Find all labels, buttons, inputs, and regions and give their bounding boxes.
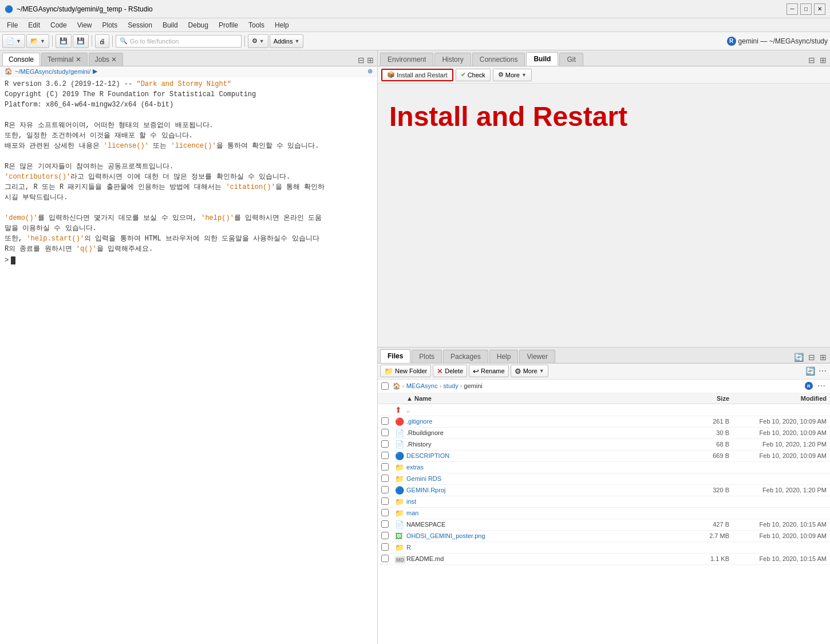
check-button[interactable]: ✔ Check [456,69,491,81]
menu-plots[interactable]: Plots [98,20,122,30]
file-check[interactable] [381,543,395,552]
tab-help[interactable]: Help [489,350,519,363]
sep-2: › [440,382,442,389]
header-name[interactable]: ▲ Name [406,395,683,402]
more-build-button[interactable]: ⚙ More ▼ [493,69,532,81]
run-button[interactable]: ⚙ ▼ [248,34,268,48]
file-check[interactable] [381,497,395,506]
file-check[interactable] [381,440,395,449]
goto-file-input[interactable]: 🔍 Go to file/function [116,35,242,48]
tab-terminal[interactable]: Terminal ✕ [41,53,88,66]
tab-history[interactable]: History [434,53,471,66]
console-path-bar: 🏠 ~/MEGAsync/study/gemini/ ▶ ⊗ [0,66,377,77]
breadcrumb-study[interactable]: study [443,382,458,389]
file-name: R [406,544,683,551]
menu-edit[interactable]: Edit [23,20,45,30]
new-file-button[interactable]: 📄 ▼ [2,34,25,48]
print-button[interactable]: 🖨 [95,34,109,48]
menu-profile[interactable]: Profile [214,20,243,30]
console-expand-button[interactable]: ⊞ [366,54,375,66]
files-more-options[interactable]: ⋯ [817,365,828,377]
list-item[interactable]: MD README.md 1.1 KB Feb 10, 2020, 10:15 … [378,554,830,565]
right-bottom-expand-button[interactable]: ⊞ [819,351,828,363]
tab-console[interactable]: Console [2,53,40,66]
console-clear-btn[interactable]: ⊗ [367,68,373,75]
menu-view[interactable]: View [73,20,97,30]
breadcrumb-more[interactable]: ⋯ [816,380,827,392]
menu-help[interactable]: Help [270,20,294,30]
list-item[interactable]: 📁 inst [378,496,830,508]
tab-environment[interactable]: Environment [380,53,433,66]
up-icon: ⬆ [395,405,406,414]
file-check[interactable] [381,452,395,460]
file-check[interactable] [381,463,395,472]
home-icon: 🏠 [393,382,401,390]
rename-button[interactable]: ↩ Rename [469,365,509,377]
menu-build[interactable]: Build [158,20,183,30]
file-check[interactable] [381,429,395,437]
menu-tools[interactable]: Tools [244,20,269,30]
header-modified[interactable]: Modified [729,395,827,402]
console-output-area[interactable]: R version 3.6.2 (2019-12-12) -- "Dark an… [0,77,377,644]
list-item[interactable]: 📄 .Rhistory 68 B Feb 10, 2020, 1:20 PM [378,439,830,451]
tab-packages[interactable]: Packages [443,350,488,363]
tab-git[interactable]: Git [559,53,583,66]
new-folder-button[interactable]: 📁 New Folder [380,365,431,377]
title-bar-left: 🔵 ~/MEGAsync/study/gemini/g_temp - RStud… [5,5,153,13]
file-check[interactable] [381,532,395,540]
list-item[interactable]: 📁 man [378,508,830,519]
console-collapse-button[interactable]: ⊟ [357,54,366,66]
tab-files[interactable]: Files [380,349,410,363]
maximize-button[interactable]: □ [800,3,812,15]
check-label: Check [468,72,485,78]
file-check[interactable] [381,417,395,426]
header-size[interactable]: Size [683,395,729,402]
minimize-button[interactable]: ─ [786,3,798,15]
save-all-button[interactable]: 💾 [73,34,89,48]
menu-session[interactable]: Session [123,20,157,30]
menu-code[interactable]: Code [46,20,72,30]
file-check[interactable] [381,486,395,495]
breadcrumb-r-button[interactable]: R [804,380,814,392]
tab-connections[interactable]: Connections [472,53,525,66]
list-item[interactable]: 📁 Gemini RDS [378,473,830,485]
file-check[interactable] [381,509,395,517]
list-item[interactable]: 📁 R [378,542,830,554]
tab-plots[interactable]: Plots [412,350,442,363]
close-button[interactable]: ✕ [814,3,825,15]
delete-button[interactable]: ✕ Delete [433,365,467,377]
select-all-checkbox[interactable] [381,382,389,390]
tab-jobs[interactable]: Jobs ✕ [89,53,124,66]
right-bottom-collapse-button[interactable]: ⊟ [807,351,816,363]
more-files-button[interactable]: ⚙ More ▼ [511,365,548,377]
right-top-collapse-button[interactable]: ⊟ [807,54,816,66]
file-check[interactable] [381,555,395,563]
files-sync-icon[interactable]: 🔄 [804,365,816,377]
right-top-expand-button[interactable]: ⊞ [819,54,828,66]
menu-debug[interactable]: Debug [184,20,213,30]
files-refresh-icon[interactable]: 🔄 [793,351,805,363]
addins-button[interactable]: Addins ▼ [270,34,304,48]
open-file-button[interactable]: 📂 ▼ [26,34,49,48]
file-modified: Feb 10, 2020, 10:15 AM [729,555,827,562]
file-list-header: ▲ Name Size Modified [378,393,830,404]
list-item[interactable]: 🔵 GEMINI.Rproj 320 B Feb 10, 2020, 1:20 … [378,485,830,496]
file-check[interactable] [381,475,395,483]
install-restart-button[interactable]: 📦 Install and Restart [381,69,453,81]
breadcrumb-megasync[interactable]: MEGAsync [406,382,438,389]
tab-viewer[interactable]: Viewer [519,350,555,363]
save-button[interactable]: 💾 [56,34,72,48]
tab-build[interactable]: Build [526,52,558,66]
list-item[interactable]: 📁 extras [378,462,830,473]
list-item[interactable]: 📄 NAMESPACE 427 B Feb 10, 2020, 10:15 AM [378,519,830,531]
list-item[interactable]: 🔵 DESCRIPTION 669 B Feb 10, 2020, 10:09 … [378,451,830,462]
file-row-up[interactable]: ⬆ .. [378,404,830,416]
file-check[interactable] [381,520,395,529]
list-item[interactable]: 🖼 OHDSI_GEMINI_poster.png 2.7 MB Feb 10,… [378,531,830,542]
list-item[interactable]: 📄 .Rbuildignore 30 B Feb 10, 2020, 10:09… [378,428,830,439]
list-item[interactable]: 🔴 .gitignore 261 B Feb 10, 2020, 10:09 A… [378,416,830,428]
file-size: 320 B [683,487,729,493]
goto-icon: 🔍 [120,37,128,45]
menu-file[interactable]: File [2,20,22,30]
file-name: GEMINI.Rproj [406,487,683,493]
